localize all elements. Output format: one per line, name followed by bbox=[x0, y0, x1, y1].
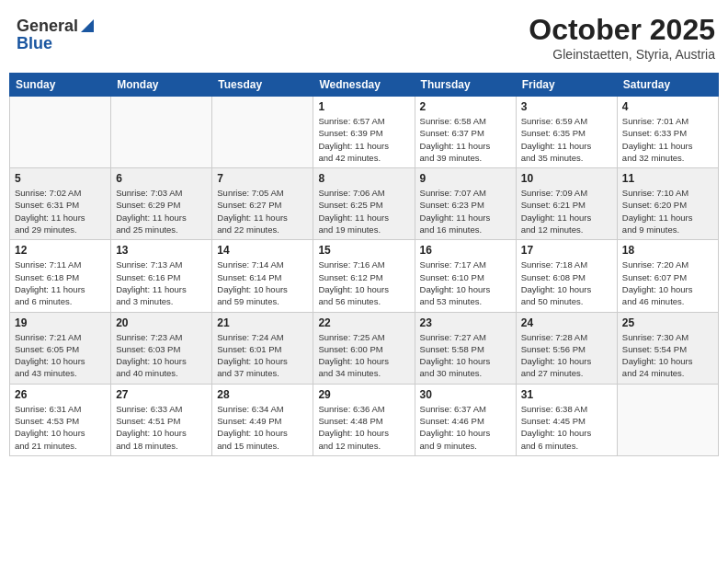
day-number: 16 bbox=[420, 244, 511, 257]
day-number: 8 bbox=[318, 172, 409, 185]
day-number: 7 bbox=[217, 172, 308, 185]
svg-marker-0 bbox=[81, 19, 94, 32]
calendar-cell: 19Sunrise: 7:21 AM Sunset: 6:05 PM Dayli… bbox=[10, 312, 111, 384]
calendar-cell: 7Sunrise: 7:05 AM Sunset: 6:27 PM Daylig… bbox=[212, 168, 313, 240]
calendar-cell: 30Sunrise: 6:37 AM Sunset: 4:46 PM Dayli… bbox=[415, 384, 516, 455]
calendar-cell: 29Sunrise: 6:36 AM Sunset: 4:48 PM Dayli… bbox=[313, 384, 415, 455]
calendar-cell: 11Sunrise: 7:10 AM Sunset: 6:20 PM Dayli… bbox=[617, 168, 718, 240]
day-info: Sunrise: 7:18 AM Sunset: 6:08 PM Dayligh… bbox=[521, 259, 612, 307]
day-info: Sunrise: 7:07 AM Sunset: 6:23 PM Dayligh… bbox=[420, 187, 511, 236]
day-number: 1 bbox=[318, 100, 409, 113]
day-info: Sunrise: 7:13 AM Sunset: 6:16 PM Dayligh… bbox=[116, 259, 207, 307]
calendar-cell: 2Sunrise: 6:58 AM Sunset: 6:37 PM Daylig… bbox=[415, 97, 516, 168]
calendar-cell bbox=[212, 97, 313, 168]
calendar-header-monday: Monday bbox=[111, 74, 212, 97]
day-info: Sunrise: 6:38 AM Sunset: 4:45 PM Dayligh… bbox=[521, 403, 612, 452]
day-info: Sunrise: 6:37 AM Sunset: 4:46 PM Dayligh… bbox=[420, 403, 511, 452]
calendar-header-sunday: Sunday bbox=[10, 74, 111, 97]
calendar-cell bbox=[10, 97, 111, 168]
calendar-cell: 16Sunrise: 7:17 AM Sunset: 6:10 PM Dayli… bbox=[415, 240, 516, 312]
calendar-header-wednesday: Wednesday bbox=[313, 74, 415, 97]
calendar-cell: 21Sunrise: 7:24 AM Sunset: 6:01 PM Dayli… bbox=[212, 312, 313, 384]
day-number: 14 bbox=[217, 244, 308, 257]
day-number: 19 bbox=[15, 316, 106, 329]
calendar-week-row: 1Sunrise: 6:57 AM Sunset: 6:39 PM Daylig… bbox=[10, 97, 719, 168]
calendar-cell: 13Sunrise: 7:13 AM Sunset: 6:16 PM Dayli… bbox=[111, 240, 212, 312]
page-subtitle: Gleinstaetten, Styria, Austria bbox=[529, 47, 715, 62]
day-number: 11 bbox=[622, 172, 713, 185]
calendar-cell: 15Sunrise: 7:16 AM Sunset: 6:12 PM Dayli… bbox=[313, 240, 415, 312]
day-number: 13 bbox=[116, 244, 207, 257]
day-number: 2 bbox=[420, 100, 511, 113]
logo-blue: Blue bbox=[17, 34, 52, 53]
day-info: Sunrise: 6:59 AM Sunset: 6:35 PM Dayligh… bbox=[521, 115, 612, 164]
calendar-cell: 17Sunrise: 7:18 AM Sunset: 6:08 PM Dayli… bbox=[516, 240, 617, 312]
calendar-cell: 27Sunrise: 6:33 AM Sunset: 4:51 PM Dayli… bbox=[111, 384, 212, 455]
day-info: Sunrise: 7:30 AM Sunset: 5:54 PM Dayligh… bbox=[622, 331, 713, 380]
day-number: 24 bbox=[521, 316, 612, 329]
calendar-cell: 25Sunrise: 7:30 AM Sunset: 5:54 PM Dayli… bbox=[617, 312, 718, 384]
day-info: Sunrise: 7:10 AM Sunset: 6:20 PM Dayligh… bbox=[622, 187, 713, 236]
day-number: 31 bbox=[521, 388, 612, 401]
calendar-table: SundayMondayTuesdayWednesdayThursdayFrid… bbox=[9, 73, 719, 456]
day-info: Sunrise: 7:09 AM Sunset: 6:21 PM Dayligh… bbox=[521, 187, 612, 236]
day-number: 22 bbox=[318, 316, 409, 329]
day-number: 15 bbox=[318, 244, 409, 257]
calendar-week-row: 5Sunrise: 7:02 AM Sunset: 6:31 PM Daylig… bbox=[10, 168, 719, 240]
calendar-cell bbox=[111, 97, 212, 168]
day-number: 20 bbox=[116, 316, 207, 329]
calendar-cell: 26Sunrise: 6:31 AM Sunset: 4:53 PM Dayli… bbox=[10, 384, 111, 455]
calendar-cell: 3Sunrise: 6:59 AM Sunset: 6:35 PM Daylig… bbox=[516, 97, 617, 168]
day-info: Sunrise: 7:17 AM Sunset: 6:10 PM Dayligh… bbox=[420, 259, 511, 307]
calendar-cell: 10Sunrise: 7:09 AM Sunset: 6:21 PM Dayli… bbox=[516, 168, 617, 240]
day-info: Sunrise: 6:33 AM Sunset: 4:51 PM Dayligh… bbox=[116, 403, 207, 452]
calendar-week-row: 26Sunrise: 6:31 AM Sunset: 4:53 PM Dayli… bbox=[10, 384, 719, 455]
day-info: Sunrise: 7:06 AM Sunset: 6:25 PM Dayligh… bbox=[318, 187, 409, 236]
day-number: 29 bbox=[318, 388, 409, 401]
day-info: Sunrise: 7:21 AM Sunset: 6:05 PM Dayligh… bbox=[15, 331, 106, 380]
day-info: Sunrise: 6:58 AM Sunset: 6:37 PM Dayligh… bbox=[420, 115, 511, 164]
calendar-cell: 12Sunrise: 7:11 AM Sunset: 6:18 PM Dayli… bbox=[10, 240, 111, 312]
day-info: Sunrise: 7:02 AM Sunset: 6:31 PM Dayligh… bbox=[15, 187, 106, 236]
day-number: 23 bbox=[420, 316, 511, 329]
day-info: Sunrise: 7:20 AM Sunset: 6:07 PM Dayligh… bbox=[622, 259, 713, 307]
calendar-cell: 5Sunrise: 7:02 AM Sunset: 6:31 PM Daylig… bbox=[10, 168, 111, 240]
calendar-cell bbox=[617, 384, 718, 455]
calendar-cell: 8Sunrise: 7:06 AM Sunset: 6:25 PM Daylig… bbox=[313, 168, 415, 240]
day-info: Sunrise: 7:24 AM Sunset: 6:01 PM Dayligh… bbox=[217, 331, 308, 380]
day-number: 10 bbox=[521, 172, 612, 185]
calendar-cell: 1Sunrise: 6:57 AM Sunset: 6:39 PM Daylig… bbox=[313, 97, 415, 168]
day-number: 21 bbox=[217, 316, 308, 329]
day-number: 30 bbox=[420, 388, 511, 401]
day-number: 12 bbox=[15, 244, 106, 257]
day-number: 6 bbox=[116, 172, 207, 185]
day-info: Sunrise: 6:36 AM Sunset: 4:48 PM Dayligh… bbox=[318, 403, 409, 452]
calendar-cell: 14Sunrise: 7:14 AM Sunset: 6:14 PM Dayli… bbox=[212, 240, 313, 312]
day-info: Sunrise: 7:03 AM Sunset: 6:29 PM Dayligh… bbox=[116, 187, 207, 236]
day-number: 3 bbox=[521, 100, 612, 113]
day-info: Sunrise: 7:01 AM Sunset: 6:33 PM Dayligh… bbox=[622, 115, 713, 164]
page-header: General Blue October 2025 Gleinstaetten,… bbox=[9, 9, 719, 65]
day-number: 26 bbox=[15, 388, 106, 401]
day-info: Sunrise: 7:16 AM Sunset: 6:12 PM Dayligh… bbox=[318, 259, 409, 307]
calendar-week-row: 12Sunrise: 7:11 AM Sunset: 6:18 PM Dayli… bbox=[10, 240, 719, 312]
calendar-header-friday: Friday bbox=[516, 74, 617, 97]
calendar-cell: 20Sunrise: 7:23 AM Sunset: 6:03 PM Dayli… bbox=[111, 312, 212, 384]
day-number: 18 bbox=[622, 244, 713, 257]
logo-triangle-icon bbox=[81, 19, 94, 36]
day-info: Sunrise: 7:14 AM Sunset: 6:14 PM Dayligh… bbox=[217, 259, 308, 307]
calendar-header-row: SundayMondayTuesdayWednesdayThursdayFrid… bbox=[10, 74, 719, 97]
page-title: October 2025 bbox=[529, 13, 715, 47]
day-info: Sunrise: 7:05 AM Sunset: 6:27 PM Dayligh… bbox=[217, 187, 308, 236]
day-info: Sunrise: 7:28 AM Sunset: 5:56 PM Dayligh… bbox=[521, 331, 612, 380]
day-number: 28 bbox=[217, 388, 308, 401]
day-number: 27 bbox=[116, 388, 207, 401]
day-number: 17 bbox=[521, 244, 612, 257]
day-info: Sunrise: 7:23 AM Sunset: 6:03 PM Dayligh… bbox=[116, 331, 207, 380]
day-number: 5 bbox=[15, 172, 106, 185]
day-info: Sunrise: 7:25 AM Sunset: 6:00 PM Dayligh… bbox=[318, 331, 409, 380]
logo: General Blue bbox=[17, 17, 94, 53]
calendar-header-thursday: Thursday bbox=[415, 74, 516, 97]
calendar-cell: 28Sunrise: 6:34 AM Sunset: 4:49 PM Dayli… bbox=[212, 384, 313, 455]
day-number: 25 bbox=[622, 316, 713, 329]
